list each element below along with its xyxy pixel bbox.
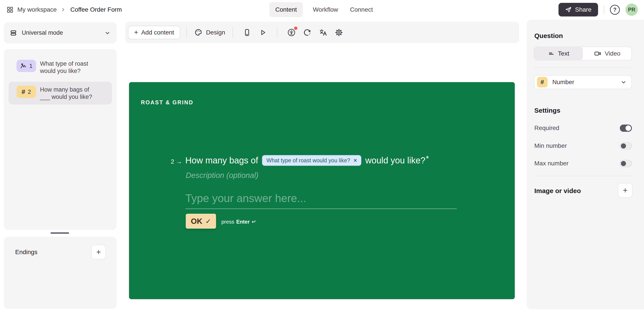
question-text-prefix[interactable]: How many bags of xyxy=(185,155,258,165)
header-actions: Share ? PR xyxy=(558,3,638,16)
question-list: 1 What type of roast would you like? # 2… xyxy=(4,49,117,230)
plus-icon: + xyxy=(623,186,628,195)
question-mark-icon: ? xyxy=(613,6,616,13)
question-number-indicator: 2 → xyxy=(171,158,182,165)
recall-variable-chip[interactable]: What type of roast would you like? × xyxy=(262,155,361,166)
design-label: Design xyxy=(206,29,225,36)
chevron-right-icon xyxy=(61,7,66,12)
phone-icon xyxy=(243,28,251,36)
mode-selector-label: Universal mode xyxy=(22,29,63,36)
share-label: Share xyxy=(575,6,592,13)
play-icon xyxy=(259,29,266,36)
breadcrumb: My workspace Coffee Order Form xyxy=(6,4,122,15)
chevron-down-icon xyxy=(620,79,627,85)
check-icon: ✓ xyxy=(206,217,211,225)
top-header: My workspace Coffee Order Form Content W… xyxy=(0,0,644,19)
setting-row-min-number: Min number xyxy=(534,142,632,150)
question-2-title: How many bags of ___ would you like? xyxy=(40,86,92,101)
add-ending-button[interactable]: + xyxy=(91,245,106,259)
tab-content[interactable]: Content xyxy=(270,2,303,17)
add-image-or-video-button[interactable]: + xyxy=(618,183,632,198)
brand-logo: ROAST & GRIND xyxy=(141,99,194,106)
question-1-badge: 1 xyxy=(16,60,36,72)
preview-button[interactable] xyxy=(258,27,268,38)
picture-choice-icon xyxy=(20,63,26,69)
question-type-select[interactable]: # Number xyxy=(534,75,632,89)
add-content-label: Add content xyxy=(141,29,174,36)
number-type-icon: # xyxy=(22,88,25,95)
required-toggle[interactable] xyxy=(620,125,632,132)
tab-workflow[interactable]: Workflow xyxy=(311,2,340,17)
chevron-down-icon xyxy=(104,30,110,36)
plus-icon: + xyxy=(134,28,138,36)
loop-arrow-icon xyxy=(303,28,312,37)
share-button[interactable]: Share xyxy=(558,3,598,16)
recall-chip-label: What type of roast would you like? xyxy=(266,157,350,164)
gear-icon xyxy=(335,28,343,37)
translate-button[interactable] xyxy=(318,27,328,38)
settings-title: Settings xyxy=(534,107,560,114)
required-asterisk: * xyxy=(426,154,429,163)
image-or-video-label: Image or video xyxy=(534,187,581,195)
panel-divider xyxy=(534,68,632,68)
mode-selector[interactable]: Universal mode xyxy=(4,22,117,43)
media-tab-switch: Text Video xyxy=(534,46,632,60)
typeform-editor: My workspace Coffee Order Form Content W… xyxy=(0,0,644,311)
form-canvas: ROAST & GRIND 2 → How many bags of What … xyxy=(129,82,515,299)
accessibility-button[interactable] xyxy=(286,27,297,38)
toolbar-divider xyxy=(232,27,233,38)
min-number-toggle[interactable] xyxy=(620,142,632,150)
design-button[interactable]: Design xyxy=(193,28,226,36)
editor-toolbar: + Add content Design xyxy=(125,22,519,43)
question-text-suffix[interactable]: would you like?* xyxy=(365,155,429,165)
setting-row-max-number: Max number xyxy=(534,160,632,167)
max-number-toggle[interactable] xyxy=(620,160,632,167)
ok-button[interactable]: OK ✓ xyxy=(186,214,216,229)
paper-plane-icon xyxy=(565,6,572,13)
logic-recall-button[interactable] xyxy=(302,27,312,38)
question-type-label: Number xyxy=(552,79,574,86)
question-1-title: What type of roast would you like? xyxy=(40,60,88,75)
breadcrumb-workspace[interactable]: My workspace xyxy=(17,6,57,13)
press-enter-hint: press Enter ↵ xyxy=(221,219,256,225)
alert-dot xyxy=(294,26,298,30)
tab-text[interactable]: Text xyxy=(534,47,583,60)
video-camera-icon xyxy=(594,50,601,57)
description-placeholder[interactable]: Description (optional) xyxy=(186,171,258,180)
number-type-icon: # xyxy=(537,77,548,87)
panel-title: Question xyxy=(534,32,563,39)
endings-section: Endings + xyxy=(4,237,117,309)
header-divider xyxy=(604,5,604,14)
toolbar-divider xyxy=(186,27,187,38)
answer-underline xyxy=(185,208,457,209)
endings-label: Endings xyxy=(15,249,37,256)
setting-row-required: Required xyxy=(534,124,632,132)
question-1-number: 1 xyxy=(29,63,32,69)
main-tabs: Content Workflow Connect xyxy=(270,2,375,17)
add-content-button[interactable]: + Add content xyxy=(128,26,180,39)
tab-video[interactable]: Video xyxy=(583,47,632,60)
question-title-row: How many bags of What type of roast woul… xyxy=(185,155,429,166)
text-lines-icon xyxy=(548,50,554,57)
question-2-badge: # 2 xyxy=(16,86,36,98)
tab-connect[interactable]: Connect xyxy=(348,2,374,17)
avatar[interactable]: PR xyxy=(626,3,638,16)
help-button[interactable]: ? xyxy=(610,5,620,15)
mobile-preview-button[interactable] xyxy=(242,27,252,38)
question-settings-panel: Question Text Video xyxy=(527,20,644,309)
sidebar-resize-handle[interactable] xyxy=(50,232,69,234)
question-item-2[interactable]: # 2 How many bags of ___ would you like? xyxy=(8,82,112,105)
translate-icon xyxy=(319,28,327,37)
breadcrumb-form-title[interactable]: Coffee Order Form xyxy=(70,6,122,13)
workspace-grid-icon[interactable] xyxy=(6,6,14,13)
toolbar-divider xyxy=(277,27,278,38)
close-icon[interactable]: × xyxy=(354,158,357,163)
panel-divider xyxy=(534,176,632,176)
answer-input[interactable]: Type your answer here... xyxy=(185,192,306,205)
return-key-icon: ↵ xyxy=(252,219,256,225)
question-item-1[interactable]: 1 What type of roast would you like? xyxy=(8,56,112,79)
question-2-number: 2 xyxy=(28,88,31,95)
settings-button[interactable] xyxy=(334,27,344,38)
ok-label: OK xyxy=(191,217,202,226)
avatar-initials: PR xyxy=(628,6,635,13)
